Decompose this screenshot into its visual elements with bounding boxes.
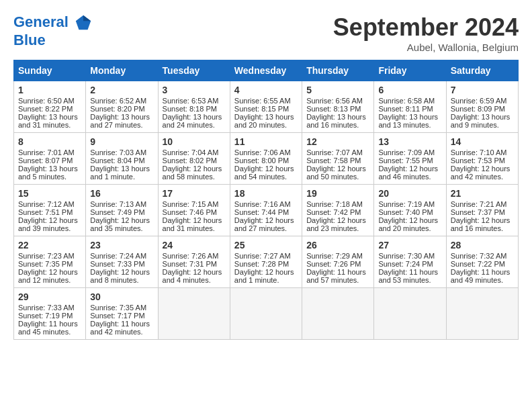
day-info-line: Sunrise: 7:06 AM — [234, 148, 298, 156]
day-info-line: Sunset: 8:00 PM — [234, 156, 298, 165]
calendar-cell: 17Sunrise: 7:15 AMSunset: 7:46 PMDayligh… — [158, 185, 230, 236]
day-info-line: Sunset: 7:40 PM — [378, 208, 441, 216]
calendar-cell — [230, 288, 302, 340]
title-block: September 2024 Aubel, Wallonia, Belgium — [333, 13, 519, 53]
day-info-line: and 13 minutes. — [378, 121, 441, 129]
day-info-line: and 27 minutes. — [234, 224, 298, 232]
logo-text: General — [13, 13, 94, 30]
day-info-line: and 27 minutes. — [90, 121, 153, 129]
day-info-line: Daylight: 12 hours — [18, 216, 81, 224]
logo: General Blue — [13, 13, 94, 48]
day-info-line: Daylight: 13 hours — [306, 113, 369, 121]
day-info-line: Sunset: 7:42 PM — [306, 208, 369, 216]
calendar-cell: 1Sunrise: 6:50 AMSunset: 8:22 PMDaylight… — [14, 81, 86, 133]
svg-marker-1 — [83, 15, 91, 21]
day-info-line: and 49 minutes. — [451, 276, 514, 284]
day-number: 9 — [90, 136, 153, 147]
day-info-line: Daylight: 12 hours — [378, 165, 441, 173]
day-info-line: Sunrise: 6:55 AM — [234, 97, 298, 105]
calendar-cell: 10Sunrise: 7:04 AMSunset: 8:02 PMDayligh… — [158, 133, 230, 185]
day-info-line: and 53 minutes. — [378, 276, 441, 284]
day-number: 27 — [378, 240, 441, 250]
calendar-cell: 13Sunrise: 7:09 AMSunset: 7:55 PMDayligh… — [374, 133, 446, 185]
calendar-cell: 30Sunrise: 7:35 AMSunset: 7:17 PMDayligh… — [86, 288, 158, 340]
day-info-line: Sunset: 7:51 PM — [18, 208, 81, 216]
day-number: 15 — [18, 188, 81, 199]
day-header-tuesday: Tuesday — [158, 60, 230, 81]
calendar-cell: 26Sunrise: 7:29 AMSunset: 7:26 PMDayligh… — [302, 236, 374, 288]
day-header-sunday: Sunday — [14, 60, 86, 81]
day-number: 13 — [378, 136, 441, 147]
day-info-line: Sunrise: 7:33 AM — [18, 304, 81, 312]
logo-blue: Blue — [13, 32, 94, 48]
day-info-line: Sunset: 7:44 PM — [234, 208, 298, 216]
day-info-line: and 24 minutes. — [163, 121, 226, 129]
day-info-line: Sunrise: 6:56 AM — [306, 97, 369, 105]
day-info-line: Sunrise: 7:30 AM — [378, 252, 441, 260]
day-number: 30 — [90, 291, 153, 302]
day-number: 5 — [306, 85, 369, 95]
calendar-cell — [446, 288, 518, 340]
day-number: 23 — [90, 240, 153, 250]
day-info-line: Daylight: 12 hours — [234, 216, 298, 224]
day-info-line: Daylight: 13 hours — [18, 165, 81, 173]
calendar-cell: 3Sunrise: 6:53 AMSunset: 8:18 PMDaylight… — [158, 81, 230, 133]
day-info-line: and 42 minutes. — [90, 328, 153, 336]
page-header: General Blue September 2024 Aubel, Wallo… — [13, 13, 519, 53]
day-info-line: Sunrise: 7:12 AM — [18, 200, 81, 208]
calendar-cell: 21Sunrise: 7:21 AMSunset: 7:37 PMDayligh… — [446, 185, 518, 236]
calendar-cell: 27Sunrise: 7:30 AMSunset: 7:24 PMDayligh… — [374, 236, 446, 288]
day-info-line: Sunset: 8:11 PM — [378, 105, 441, 113]
day-number: 8 — [18, 136, 81, 147]
day-number: 26 — [306, 240, 369, 250]
calendar-cell: 23Sunrise: 7:24 AMSunset: 7:33 PMDayligh… — [86, 236, 158, 288]
day-info-line: Daylight: 12 hours — [163, 165, 226, 173]
day-info-line: and 42 minutes. — [451, 173, 514, 181]
day-info-line: Sunset: 7:53 PM — [451, 156, 514, 165]
day-info-line: Sunset: 8:02 PM — [163, 156, 226, 165]
day-info-line: Sunrise: 7:09 AM — [378, 148, 441, 156]
day-info-line: Daylight: 12 hours — [90, 268, 153, 276]
day-info-line: and 1 minute. — [90, 173, 153, 181]
day-header-saturday: Saturday — [446, 60, 518, 81]
day-header-monday: Monday — [86, 60, 158, 81]
day-info-line: Sunset: 7:28 PM — [234, 260, 298, 268]
day-info-line: Daylight: 13 hours — [378, 113, 441, 121]
day-info-line: Daylight: 12 hours — [378, 216, 441, 224]
day-info-line: Sunset: 8:22 PM — [18, 105, 81, 113]
day-info-line: Daylight: 13 hours — [163, 113, 226, 121]
day-info-line: Sunset: 7:55 PM — [378, 156, 441, 165]
day-number: 25 — [234, 240, 298, 250]
day-number: 7 — [451, 85, 514, 95]
day-info-line: and 4 minutes. — [163, 276, 226, 284]
day-info-line: Sunset: 7:37 PM — [451, 208, 514, 216]
day-info-line: Daylight: 13 hours — [90, 165, 153, 173]
calendar-cell — [374, 288, 446, 340]
day-info-line: Daylight: 11 hours — [378, 268, 441, 276]
day-info-line: Sunrise: 7:32 AM — [451, 252, 514, 260]
calendar-cell: 16Sunrise: 7:13 AMSunset: 7:49 PMDayligh… — [86, 185, 158, 236]
calendar-cell: 19Sunrise: 7:18 AMSunset: 7:42 PMDayligh… — [302, 185, 374, 236]
calendar-cell: 8Sunrise: 7:01 AMSunset: 8:07 PMDaylight… — [14, 133, 86, 185]
calendar-cell: 29Sunrise: 7:33 AMSunset: 7:19 PMDayligh… — [14, 288, 86, 340]
day-info-line: Daylight: 11 hours — [90, 320, 153, 328]
day-info-line: Sunrise: 7:29 AM — [306, 252, 369, 260]
calendar-table: SundayMondayTuesdayWednesdayThursdayFrid… — [13, 60, 519, 340]
day-info-line: Daylight: 11 hours — [18, 320, 81, 328]
day-info-line: Sunrise: 7:21 AM — [451, 200, 514, 208]
day-info-line: Sunset: 7:35 PM — [18, 260, 81, 268]
day-info-line: Daylight: 11 hours — [306, 268, 369, 276]
day-info-line: Daylight: 12 hours — [18, 268, 81, 276]
calendar-cell — [302, 288, 374, 340]
calendar-cell: 9Sunrise: 7:03 AMSunset: 8:04 PMDaylight… — [86, 133, 158, 185]
day-number: 20 — [378, 188, 441, 199]
day-info-line: Sunrise: 7:26 AM — [163, 252, 226, 260]
day-info-line: and 8 minutes. — [90, 276, 153, 284]
day-info-line: and 45 minutes. — [18, 328, 81, 336]
day-info-line: Daylight: 12 hours — [234, 268, 298, 276]
day-info-line: Sunset: 8:13 PM — [306, 105, 369, 113]
day-number: 16 — [90, 188, 153, 199]
day-info-line: Daylight: 12 hours — [234, 165, 298, 173]
day-info-line: Sunrise: 7:10 AM — [451, 148, 514, 156]
day-number: 3 — [163, 85, 226, 95]
